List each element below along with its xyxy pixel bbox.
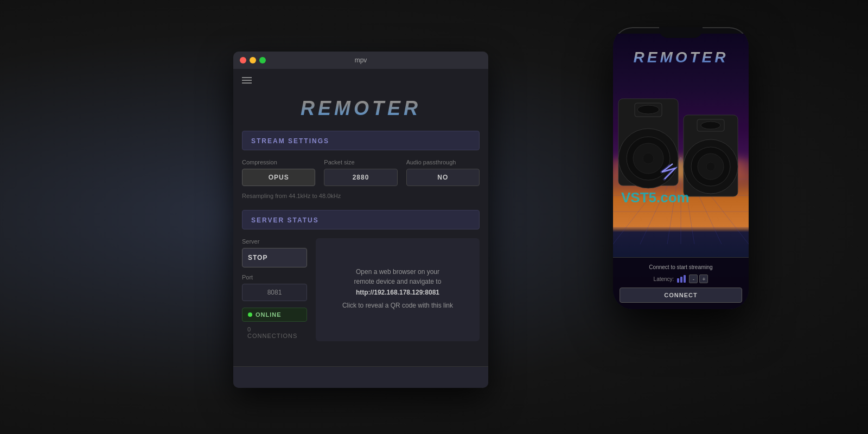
svg-point-17 — [637, 105, 659, 114]
close-button[interactable] — [240, 57, 246, 63]
latency-bars — [677, 275, 686, 283]
phone-notch — [659, 27, 703, 38]
svg-point-22 — [706, 162, 715, 171]
latency-plus-button[interactable]: + — [699, 275, 708, 283]
audio-passthrough-group: Audio passthrough NO — [406, 159, 480, 186]
latency-bar-3 — [684, 275, 686, 283]
app-logo-phone: REMOTER — [613, 49, 749, 66]
online-status: ONLINE — [256, 311, 282, 318]
server-url[interactable]: http://192.168.178.129:8081 — [356, 289, 439, 296]
server-controls: Server STOP Port 8081 ONLINE 0 CONNECTIO… — [242, 238, 480, 341]
online-badge: ONLINE — [242, 308, 307, 322]
server-label: Server — [242, 238, 307, 245]
server-status-header: SERVER STATUS — [242, 210, 480, 229]
port-label: Port — [242, 274, 307, 280]
hamburger-icon — [242, 82, 252, 84]
qr-instruction: Click to reveal a QR code with this link — [342, 301, 453, 310]
audio-passthrough-label: Audio passthrough — [406, 159, 480, 165]
compression-button[interactable]: OPUS — [242, 169, 315, 186]
connect-to-stream-text: Connect to start streaming — [620, 264, 742, 270]
latency-minus-button[interactable]: - — [689, 275, 698, 283]
phone-screen: REMOTER — [613, 34, 749, 309]
server-info-panel: Open a web browser on your remote device… — [316, 238, 480, 341]
server-status-panel: Server STOP Port 8081 ONLINE 0 CONNECTIO… — [233, 238, 488, 341]
window-titlebar: mpv — [233, 52, 488, 69]
latency-bar-1 — [677, 278, 679, 283]
connections-count: 0 CONNECTIONS — [242, 324, 307, 341]
latency-row: Latency: - + — [620, 275, 742, 283]
latency-label: Latency: — [654, 276, 674, 282]
phone-bottom-panel: Connect to start streaming Latency: - + … — [613, 257, 749, 309]
compression-group: Compression OPUS — [242, 159, 315, 186]
window-content: REMOTER STREAM SETTINGS Compression OPUS… — [233, 69, 488, 341]
audio-passthrough-button[interactable]: NO — [406, 169, 480, 186]
latency-bar-2 — [680, 277, 682, 283]
hamburger-icon — [242, 80, 252, 81]
desktop-app-window: mpv REMOTER STREAM SETTINGS Compression … — [233, 52, 488, 388]
server-left-panel: Server STOP Port 8081 ONLINE 0 CONNECTIO… — [242, 238, 307, 341]
online-indicator — [248, 312, 252, 317]
phone-mockup: REMOTER — [613, 27, 749, 309]
svg-point-15 — [643, 153, 654, 164]
stream-settings-title: STREAM SETTINGS — [251, 137, 329, 145]
stream-settings-header: STREAM SETTINGS — [242, 131, 480, 150]
server-status-title: SERVER STATUS — [251, 216, 319, 224]
vst5-watermark: VST5.com — [621, 189, 690, 206]
latency-controls: - + — [689, 275, 708, 283]
traffic-lights — [240, 57, 266, 63]
compression-label: Compression — [242, 159, 315, 165]
packet-size-button[interactable]: 2880 — [324, 169, 397, 186]
settings-row-1: Compression OPUS Packet size 2880 Audio … — [242, 159, 480, 186]
server-instruction-1: Open a web browser on your remote device… — [354, 267, 442, 286]
packet-size-group: Packet size 2880 — [324, 159, 397, 186]
resampling-note: Resampling from 44.1kHz to 48.0kHz — [242, 193, 480, 199]
packet-size-label: Packet size — [324, 159, 397, 165]
window-bottom-bar — [233, 366, 488, 388]
port-field[interactable]: 8081 — [242, 284, 307, 301]
minimize-button[interactable] — [250, 57, 256, 63]
window-title: mpv — [355, 56, 367, 64]
stream-settings-panel: Compression OPUS Packet size 2880 Audio … — [233, 159, 488, 199]
connect-button[interactable]: CONNECT — [620, 288, 742, 303]
app-logo-desktop: REMOTER — [233, 92, 488, 131]
maximize-button[interactable] — [259, 57, 266, 63]
hamburger-menu[interactable] — [233, 69, 488, 92]
stop-button[interactable]: STOP — [242, 248, 307, 267]
svg-point-24 — [701, 122, 720, 129]
hamburger-icon — [242, 77, 252, 78]
